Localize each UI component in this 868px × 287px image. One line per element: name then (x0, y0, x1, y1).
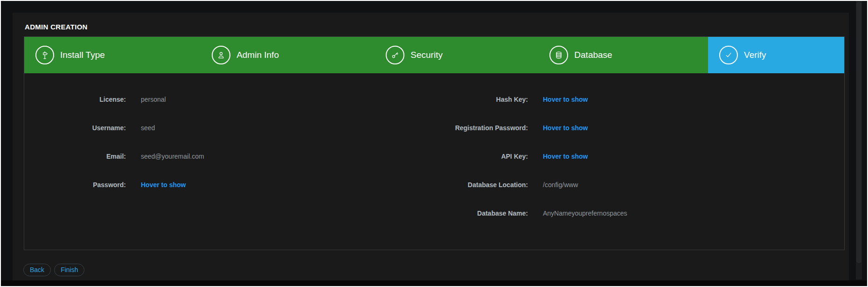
step-label: Verify (744, 50, 766, 60)
registration-password-label: Registration Password: (434, 124, 528, 132)
email-label: Email: (24, 153, 126, 160)
hash-key-row: Hash Key: Hover to show (434, 85, 844, 113)
wizard-box: Install Type Admin Info Security Databas… (24, 36, 845, 250)
step-label: Install Type (60, 50, 105, 60)
back-button[interactable]: Back (23, 264, 51, 276)
step-verify[interactable]: Verify (708, 37, 844, 73)
email-row: Email: seed@youremail.com (24, 142, 434, 170)
api-key-label: API Key: (434, 153, 528, 160)
signpost-icon (35, 46, 54, 64)
scrollbar-thumb[interactable] (856, 2, 861, 263)
database-icon (549, 46, 568, 64)
api-key-row: API Key: Hover to show (434, 142, 844, 170)
step-install-type[interactable]: Install Type (24, 37, 201, 73)
wizard-actions: Back Finish (23, 264, 84, 276)
admin-creation-page: { "page": { "title": "ADMIN CREATION" },… (0, 0, 868, 287)
database-location-label: Database Location: (434, 181, 528, 189)
finish-button[interactable]: Finish (54, 264, 84, 276)
registration-password-hover-to-show[interactable]: Hover to show (543, 124, 588, 132)
email-value: seed@youremail.com (141, 153, 204, 160)
registration-password-row: Registration Password: Hover to show (434, 113, 844, 142)
step-admin-info[interactable]: Admin Info (201, 37, 375, 73)
person-icon (212, 46, 230, 64)
bottom-edge (1, 280, 867, 286)
database-location-value: /config/www (543, 181, 578, 189)
main-panel: ADMIN CREATION Install Type Admin Info S… (13, 13, 849, 280)
database-name-row: Database Name: AnyNameyouprefernospaces (434, 199, 844, 227)
scrollbar[interactable] (856, 1, 862, 280)
hash-key-hover-to-show[interactable]: Hover to show (543, 96, 588, 103)
step-security[interactable]: Security (375, 37, 538, 73)
license-value: personal (141, 96, 166, 103)
api-key-hover-to-show[interactable]: Hover to show (543, 153, 588, 160)
username-value: seed (141, 124, 155, 132)
password-hover-to-show[interactable]: Hover to show (141, 181, 186, 189)
username-label: Username: (24, 124, 126, 132)
step-label: Database (574, 50, 612, 60)
check-icon (719, 46, 738, 64)
wizard-stepper: Install Type Admin Info Security Databas… (24, 37, 844, 73)
license-label: License: (24, 96, 126, 103)
license-row: License: personal (24, 85, 434, 113)
password-row: Password: Hover to show (24, 170, 434, 199)
password-label: Password: (24, 181, 126, 189)
key-icon (386, 46, 404, 64)
verify-summary: License: personal Username: seed Email: … (24, 73, 844, 227)
database-name-label: Database Name: (434, 210, 528, 217)
verify-summary-left-column: License: personal Username: seed Email: … (24, 85, 434, 227)
page-title: ADMIN CREATION (25, 23, 88, 31)
database-location-row: Database Location: /config/www (434, 170, 844, 199)
database-name-value: AnyNameyouprefernospaces (543, 210, 627, 217)
step-label: Admin Info (236, 50, 279, 60)
step-label: Security (410, 50, 443, 60)
hash-key-label: Hash Key: (434, 96, 528, 103)
username-row: Username: seed (24, 113, 434, 142)
verify-summary-right-column: Hash Key: Hover to show Registration Pas… (434, 85, 844, 227)
step-database[interactable]: Database (538, 37, 708, 73)
